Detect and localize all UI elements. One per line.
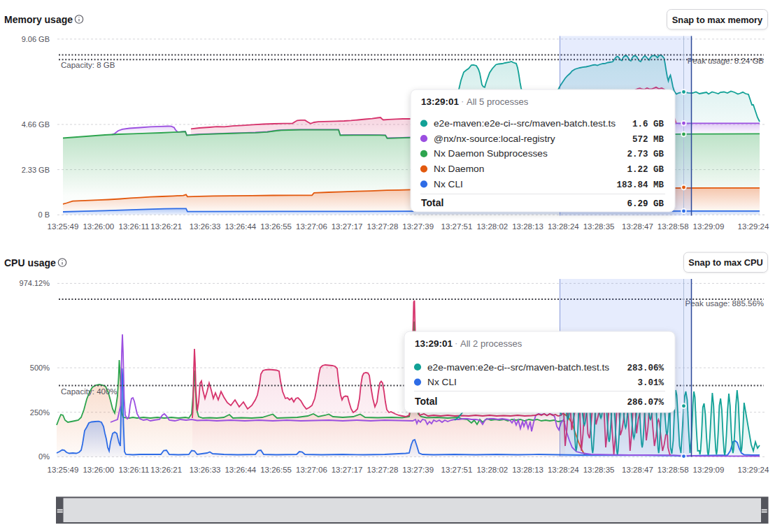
svg-text:13:26:11: 13:26:11 — [119, 466, 150, 474]
svg-text:Capacity: 8 GB: Capacity: 8 GB — [61, 61, 115, 69]
svg-text:3.01%: 3.01% — [637, 378, 664, 388]
svg-text:13:27:39: 13:27:39 — [402, 466, 434, 474]
svg-text:Nx Daemon: Nx Daemon — [434, 164, 484, 174]
svg-text:13:28:47: 13:28:47 — [622, 222, 653, 231]
svg-text:13:26:44: 13:26:44 — [225, 222, 256, 231]
svg-text:4.66 GB: 4.66 GB — [22, 120, 50, 129]
svg-text:13:26:21: 13:26:21 — [150, 466, 182, 474]
svg-text:13:28:35: 13:28:35 — [583, 222, 615, 231]
svg-text:Total: Total — [421, 197, 443, 208]
svg-text:13:29:24: 13:29:24 — [738, 222, 769, 231]
svg-text:13:27:06: 13:27:06 — [296, 222, 327, 231]
svg-text:9.06 GB: 9.06 GB — [22, 35, 50, 43]
svg-text:CPU usage: CPU usage — [4, 257, 56, 268]
svg-text:13:27:17: 13:27:17 — [332, 222, 363, 231]
svg-text:All 5 processes: All 5 processes — [467, 96, 529, 107]
svg-text:13:28:58: 13:28:58 — [657, 222, 689, 231]
svg-text:250%: 250% — [30, 408, 50, 417]
svg-text:13:26:55: 13:26:55 — [260, 222, 292, 231]
svg-text:572 MB: 572 MB — [632, 135, 664, 145]
svg-text:13:29:09: 13:29:09 — [693, 466, 725, 474]
svg-text:6.29 GB: 6.29 GB — [627, 199, 664, 209]
svg-text:2.73 GB: 2.73 GB — [627, 150, 664, 159]
svg-text:13:26:21: 13:26:21 — [150, 222, 182, 231]
svg-text:13:27:39: 13:27:39 — [402, 222, 434, 231]
svg-text:13:28:47: 13:28:47 — [622, 466, 653, 474]
svg-text:13:26:55: 13:26:55 — [260, 466, 292, 474]
svg-text:286.07%: 286.07% — [627, 398, 664, 408]
svg-text:0 B: 0 B — [38, 210, 50, 219]
svg-text:1.6 GB: 1.6 GB — [632, 120, 664, 129]
svg-text:13:26:33: 13:26:33 — [190, 222, 221, 231]
svg-text:13:28:24: 13:28:24 — [548, 466, 579, 474]
svg-text:13:28:35: 13:28:35 — [583, 466, 615, 474]
svg-text:Peak usage: 885.56%: Peak usage: 885.56% — [685, 299, 764, 308]
svg-text:13:28:13: 13:28:13 — [512, 222, 543, 231]
svg-text:e2e-maven:e2e-ci--src/maven-ba: e2e-maven:e2e-ci--src/maven-batch.test.t… — [427, 362, 609, 373]
svg-text:All 2 processes: All 2 processes — [460, 338, 522, 349]
svg-text:Memory usage: Memory usage — [4, 14, 73, 25]
svg-text:13:27:06: 13:27:06 — [296, 466, 327, 474]
svg-text:@nx/nx-source:local-registry: @nx/nx-source:local-registry — [434, 134, 555, 144]
svg-text:13:29:01: 13:29:01 — [421, 96, 460, 107]
svg-text:e2e-maven:e2e-ci--src/maven-ba: e2e-maven:e2e-ci--src/maven-batch.test.t… — [434, 118, 616, 129]
svg-text:13:27:51: 13:27:51 — [441, 466, 473, 474]
svg-text:13:28:58: 13:28:58 — [657, 466, 689, 474]
svg-text:13:27:28: 13:27:28 — [367, 466, 399, 474]
svg-text:13:26:33: 13:26:33 — [190, 466, 221, 474]
svg-text:13:27:51: 13:27:51 — [441, 222, 473, 231]
svg-text:13:29:01: 13:29:01 — [415, 338, 453, 349]
svg-text:13:26:00: 13:26:00 — [83, 466, 114, 474]
svg-text:13:27:17: 13:27:17 — [332, 466, 363, 474]
svg-text:Snap to max CPU: Snap to max CPU — [688, 257, 763, 268]
svg-text:13:29:09: 13:29:09 — [693, 222, 725, 231]
svg-text:183.84 MB: 183.84 MB — [616, 180, 664, 190]
svg-text:·: · — [455, 338, 457, 348]
svg-text:13:28:24: 13:28:24 — [548, 222, 579, 231]
svg-text:13:26:44: 13:26:44 — [225, 466, 256, 474]
svg-text:13:26:00: 13:26:00 — [83, 222, 114, 231]
svg-text:Nx CLI: Nx CLI — [427, 377, 457, 387]
svg-text:Nx Daemon Subprocesses: Nx Daemon Subprocesses — [434, 148, 548, 159]
svg-text:974.12%: 974.12% — [20, 279, 50, 287]
svg-text:Snap to max memory: Snap to max memory — [672, 15, 763, 25]
svg-text:13:25:49: 13:25:49 — [48, 222, 79, 231]
svg-text:283.06%: 283.06% — [627, 364, 664, 373]
svg-text:2.33 GB: 2.33 GB — [22, 166, 50, 174]
svg-text:13:25:49: 13:25:49 — [48, 466, 79, 474]
svg-text:13:27:28: 13:27:28 — [367, 222, 399, 231]
svg-text:13:28:13: 13:28:13 — [512, 466, 543, 474]
svg-text:Total: Total — [415, 396, 437, 407]
svg-text:13:26:11: 13:26:11 — [119, 222, 150, 231]
svg-text:Peak usage: 8.24 GB: Peak usage: 8.24 GB — [688, 57, 765, 65]
svg-text:13:28:02: 13:28:02 — [476, 222, 508, 231]
svg-text:·: · — [461, 96, 464, 106]
svg-text:Capacity: 400%: Capacity: 400% — [61, 387, 118, 396]
svg-text:1.22 GB: 1.22 GB — [627, 165, 664, 175]
svg-text:13:28:02: 13:28:02 — [476, 466, 508, 474]
svg-text:Nx CLI: Nx CLI — [434, 179, 463, 189]
svg-text:13:29:24: 13:29:24 — [738, 466, 769, 474]
svg-text:0%: 0% — [38, 452, 50, 461]
svg-text:500%: 500% — [30, 364, 50, 372]
